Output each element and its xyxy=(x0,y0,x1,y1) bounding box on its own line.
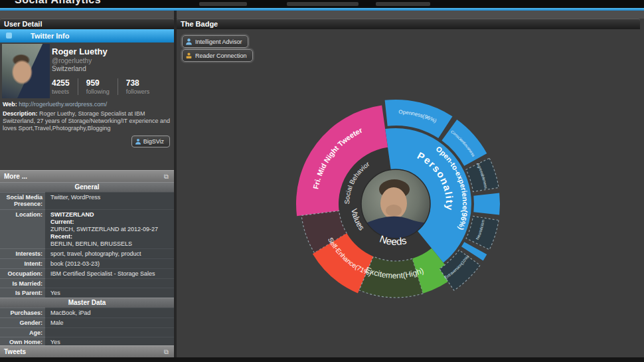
field-label: Age: xyxy=(0,327,45,337)
field-value: MacBook, iPad xyxy=(45,308,174,317)
stat-value: 738 xyxy=(126,78,150,88)
field-value: IBM Certified Specialist - Storage Sales xyxy=(45,268,174,278)
field-label: Is Parent: xyxy=(0,288,45,298)
button-label: Reader Connection xyxy=(195,52,247,59)
table-row: Interests:sport, travel, photography, pr… xyxy=(0,248,174,258)
twitter-icon xyxy=(6,33,12,39)
profile-name: Roger Luethy xyxy=(52,46,108,56)
section-header-general: General xyxy=(0,182,174,192)
stat-followers: 738 followers xyxy=(118,78,158,95)
field-value: book (2012-03-23) xyxy=(45,258,174,268)
table-row: Is Married: xyxy=(0,278,174,288)
more-expander[interactable]: More ... ⧉ xyxy=(0,170,174,182)
description-label: Description: xyxy=(3,110,38,117)
app-title: Social Analytics xyxy=(15,0,101,6)
header-gap xyxy=(0,11,644,19)
tweets-expander[interactable]: Tweets ⧉ xyxy=(0,345,174,357)
twitter-info-label: Twitter Info xyxy=(31,32,69,40)
bottom-strip xyxy=(0,357,644,362)
user-detail-panel: User Detail Twitter Info Roger Luethy @r… xyxy=(0,19,174,357)
stat-value: 959 xyxy=(86,78,110,88)
avatar xyxy=(2,44,50,98)
profile-web: Web: http://rogerluethy.wordpress.com/ xyxy=(3,101,107,108)
profile-handle: @rogerluethy xyxy=(52,57,92,64)
bigsviz-label: BigSViz xyxy=(143,138,164,145)
advisor-person-icon xyxy=(185,38,193,45)
table-row: Age: xyxy=(0,327,174,337)
intelligent-advisor-button[interactable]: Intelligent Advisor xyxy=(182,35,248,48)
agreeableness-blue-segment[interactable] xyxy=(473,193,500,215)
field-label: Intent: xyxy=(0,258,45,268)
section-header-master-data: Master Data xyxy=(0,298,174,308)
bigsviz-button[interactable]: BigSViz xyxy=(131,136,170,147)
field-label: Social Media Presence: xyxy=(0,192,45,209)
stat-tweets: 4255 tweets xyxy=(52,78,78,95)
table-row: Social Media Presence:Twitter, WordPress xyxy=(0,192,174,209)
user-attributes-table: General Social Media Presence:Twitter, W… xyxy=(0,182,174,362)
profile-location: Switzerland xyxy=(52,65,86,72)
button-label: Intelligent Advisor xyxy=(195,39,242,45)
badge-sunburst-chart[interactable]: PersonalityOpen-to-experience(96%)Fri. M… xyxy=(286,94,505,314)
field-value: Yes xyxy=(45,288,174,298)
badge-panel-header[interactable]: The Badge xyxy=(177,19,640,29)
field-value: Male xyxy=(45,317,174,327)
field-label: Purchases: xyxy=(0,308,45,317)
windows-icon: ⧉ xyxy=(164,171,169,183)
reader-person-icon xyxy=(185,52,193,59)
tweets-label: Tweets xyxy=(4,348,26,355)
table-row: Gender:Male xyxy=(0,317,174,327)
nav-item[interactable] xyxy=(287,2,359,6)
profile-description: Description: Roger Luethy, Storage Speci… xyxy=(3,110,170,132)
field-value xyxy=(45,327,174,337)
field-label: Location: xyxy=(0,209,45,248)
table-row: Location:SWITZERLANDCurrent:ZURICH, SWIT… xyxy=(0,209,174,248)
stat-label: followers xyxy=(126,88,150,95)
web-url[interactable]: http://rogerluethy.wordpress.com/ xyxy=(19,101,107,108)
user-detail-panel-header[interactable]: User Detail xyxy=(0,19,174,29)
badge-panel: The Badge Intelligent Advisor Reader Con… xyxy=(177,19,640,357)
field-value: Twitter, WordPress xyxy=(45,192,174,209)
stat-label: tweets xyxy=(52,88,70,95)
more-label: More ... xyxy=(4,173,27,180)
badge-content: Intelligent Advisor Reader Connection xyxy=(177,29,640,357)
field-label: Interests: xyxy=(0,248,45,258)
stat-following: 959 following xyxy=(78,78,118,95)
stat-value: 4255 xyxy=(52,78,70,88)
table-row: Is Parent:Yes xyxy=(0,288,174,298)
panel-title: User Detail xyxy=(4,20,42,28)
person-icon xyxy=(135,138,141,145)
table-row: Intent:book (2012-03-23) xyxy=(0,258,174,268)
profile-card: Roger Luethy @rogerluethy Switzerland 42… xyxy=(0,43,174,170)
field-value: sport, travel, photography, product xyxy=(45,248,174,258)
windows-icon: ⧉ xyxy=(164,346,169,358)
general-rows: Social Media Presence:Twitter, WordPress… xyxy=(0,192,174,298)
field-label: Occupation: xyxy=(0,268,45,278)
nav-item[interactable] xyxy=(199,2,247,6)
field-value: SWITZERLANDCurrent:ZURICH, SWITZERLAND a… xyxy=(45,209,174,248)
profile-stats: 4255 tweets 959 following 738 followers xyxy=(52,78,157,95)
nav-item[interactable] xyxy=(376,2,430,6)
table-row: Occupation:IBM Certified Specialist - St… xyxy=(0,268,174,278)
field-label: Is Married: xyxy=(0,278,45,288)
app-header: Social Analytics xyxy=(0,0,644,8)
reader-connection-button[interactable]: Reader Connection xyxy=(182,49,253,62)
field-label: Gender: xyxy=(0,317,45,327)
table-row: Purchases:MacBook, iPad xyxy=(0,308,174,317)
panel-title: The Badge xyxy=(181,20,218,28)
section-twitter-info[interactable]: Twitter Info xyxy=(0,29,174,43)
stat-label: following xyxy=(86,88,110,95)
field-value xyxy=(45,278,174,288)
web-label: Web: xyxy=(3,101,17,108)
